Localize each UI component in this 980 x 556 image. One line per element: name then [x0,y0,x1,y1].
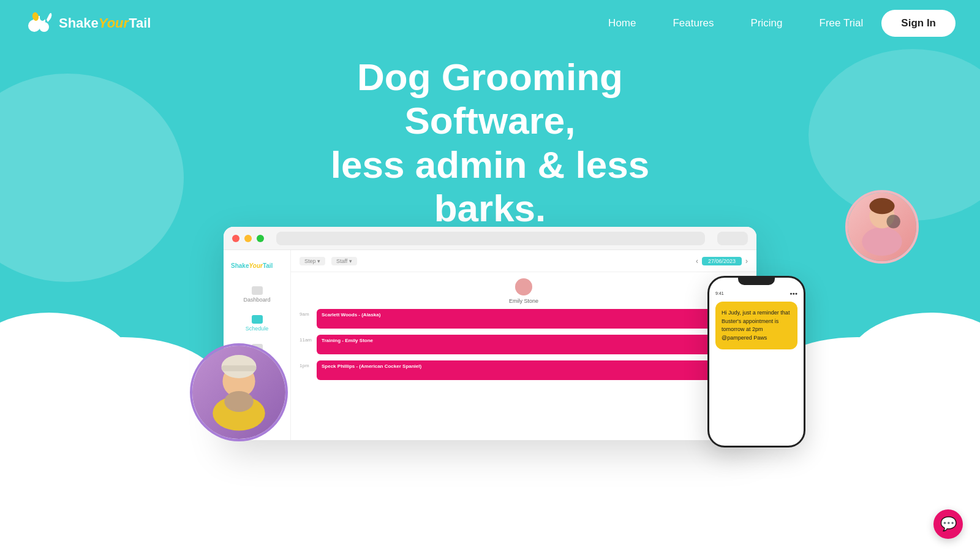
browser-bar [224,227,756,250]
phone-mockup: 9:41 ●●● Hi Judy, just a reminder that B… [707,276,805,447]
appointment-block[interactable]: Speck Phillips - (American Cocker Spanie… [317,360,737,380]
person-left-image [192,346,285,439]
phone-notch [738,278,775,285]
sign-in-button[interactable]: Sign In [881,10,956,37]
dashboard-icon [252,286,263,295]
sidebar-item-dashboard[interactable]: Dashboard [224,281,290,308]
logo-text: ShakeYourTail [59,15,151,31]
logo-icon [24,9,54,38]
browser-dot-red [232,235,239,242]
groomer-name: Emily Stone [300,298,748,304]
time-slots: 9am Scarlett Woods - (Alaska) 11am Train… [300,309,748,383]
support-chat-button[interactable]: 💬 [933,509,963,539]
bg-blob-left [0,74,184,282]
svg-point-18 [862,227,902,256]
schedule-icon [252,315,263,324]
time-label: 11am [300,335,312,343]
time-label: 1pm [300,360,312,368]
groomer-header: Emily Stone [300,278,748,304]
phone-status-bar: 9:41 ●●● [715,291,797,295]
time-label: 9am [300,309,312,317]
logo[interactable]: ShakeYourTail [24,9,151,38]
groomer-avatar [515,278,532,295]
nav-prev-btn[interactable]: ‹ [696,257,698,265]
app-main: Step ▾ Staff ▾ ‹ 27/06/2023 › Emily Ston… [291,250,756,440]
browser-action [717,232,748,245]
table-row: 1pm Speck Phillips - (American Cocker Sp… [300,360,748,383]
appointment-block[interactable]: Training - Emily Stone [317,335,748,354]
svg-point-21 [886,215,900,228]
person-right-svg [848,190,916,261]
browser-dot-green [257,235,264,242]
nav-next-btn[interactable]: › [745,257,748,265]
app-logo-mini: ShakeYourTail [224,257,290,279]
svg-point-26 [224,391,254,412]
svg-point-20 [869,198,894,214]
phone-body: 9:41 ●●● Hi Judy, just a reminder that B… [709,285,804,356]
chat-message-bubble: Hi Judy, just a reminder that Buster's a… [715,302,797,349]
person-left-svg [192,343,285,439]
app-mockup-container: ShakeYourTail Dashboard Schedule Clients… [224,227,756,440]
browser-dot-yellow [244,235,252,242]
appointment-block[interactable]: Scarlett Woods - (Alaska) [317,309,737,329]
svg-rect-25 [222,365,257,371]
nav-free-trial[interactable]: Free Trial [820,17,864,29]
browser-mockup: ShakeYourTail Dashboard Schedule Clients… [224,227,756,440]
toolbar-date: 27/06/2023 [702,257,742,265]
nav-pricing[interactable]: Pricing [751,17,783,29]
app-toolbar: Step ▾ Staff ▾ ‹ 27/06/2023 › [291,250,756,272]
navbar: ShakeYourTail Home Features Pricing Free… [0,0,980,46]
nav-home[interactable]: Home [608,17,636,29]
table-row: 11am Training - Emily Stone [300,335,748,357]
chat-icon: 💬 [940,516,957,532]
nav-links: Home Features Pricing Free Trial [608,17,863,29]
nav-features[interactable]: Features [673,17,714,29]
sidebar-item-schedule[interactable]: Schedule [224,310,290,337]
hero-title: Dog Grooming Software, less admin & less… [276,55,704,230]
person-right-image [848,192,916,261]
staff-chip[interactable]: Staff ▾ [331,257,357,265]
browser-url-bar [276,232,705,245]
browser-body: ShakeYourTail Dashboard Schedule Clients… [224,250,756,440]
step-chip[interactable]: Step ▾ [300,257,325,265]
schedule-area: Emily Stone 9am Scarlett Woods - (Alaska… [291,272,756,440]
table-row: 9am Scarlett Woods - (Alaska) [300,309,748,331]
person-avatar-left [190,343,288,441]
person-avatar-right [845,190,919,264]
